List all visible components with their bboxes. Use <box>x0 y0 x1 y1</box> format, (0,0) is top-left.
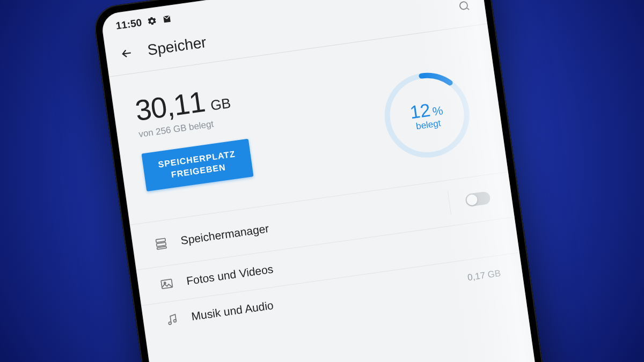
free-space-button-label: SPEICHERPLATZ FREIGEBEN <box>157 148 238 182</box>
mail-icon <box>162 13 172 24</box>
row-value: 0,17 GB <box>467 268 502 283</box>
search-icon[interactable] <box>457 0 472 13</box>
image-icon <box>159 276 174 292</box>
storage-percent-symbol: % <box>431 104 444 118</box>
phone-frame: 11:50 N <box>92 0 552 362</box>
music-icon <box>164 312 179 327</box>
svg-rect-6 <box>156 238 165 242</box>
svg-rect-7 <box>156 242 166 247</box>
stack-icon <box>153 235 169 251</box>
phone-screen: 11:50 N <box>100 0 544 362</box>
free-space-button[interactable]: SPEICHERPLATZ FREIGEBEN <box>142 139 254 191</box>
storage-used-unit: GB <box>209 95 232 114</box>
storage-manager-toggle[interactable] <box>465 191 491 207</box>
gear-icon <box>147 16 157 26</box>
svg-point-12 <box>173 320 176 322</box>
svg-point-10 <box>164 282 166 284</box>
back-button[interactable] <box>119 46 135 61</box>
svg-rect-8 <box>157 246 167 249</box>
storage-ring: 12% belegt <box>376 64 479 167</box>
svg-point-11 <box>169 322 171 324</box>
divider <box>448 191 451 215</box>
svg-point-3 <box>459 1 468 10</box>
status-time: 11:50 <box>115 17 142 32</box>
